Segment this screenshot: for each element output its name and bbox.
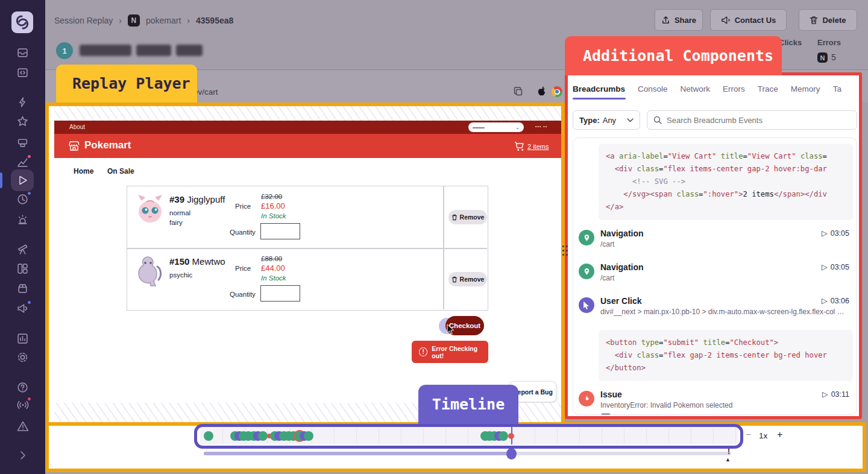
copy-url-icon[interactable] bbox=[513, 86, 524, 97]
code-line: </a> bbox=[606, 201, 846, 213]
type-filter-dropdown[interactable]: Type: Any bbox=[573, 110, 640, 130]
entry-timestamp[interactable]: ▷03:06 bbox=[822, 296, 849, 305]
sidebar-item-megaphone[interactable] bbox=[0, 302, 45, 315]
item-type: psychic bbox=[169, 271, 192, 279]
sidebar-item-explore[interactable] bbox=[0, 66, 45, 79]
sidebar-item-settings[interactable] bbox=[0, 351, 45, 364]
additional-components-label: Additional Components bbox=[565, 36, 782, 75]
share-button[interactable]: Share bbox=[655, 9, 703, 31]
session-avatar: 1 bbox=[56, 42, 73, 59]
entry-timestamp[interactable]: ▷03:11 bbox=[822, 390, 849, 399]
nextjs-project-icon: N bbox=[128, 14, 140, 27]
sidebar-item-history[interactable] bbox=[0, 193, 45, 206]
sidebar-item-projector[interactable] bbox=[0, 136, 45, 149]
sidebar-item-replays[interactable] bbox=[0, 174, 45, 186]
entry-title: Issue bbox=[600, 390, 853, 399]
sidebar-item-telescope[interactable] bbox=[0, 242, 45, 255]
navigation-icon bbox=[579, 230, 594, 245]
breadcrumb-search[interactable] bbox=[647, 110, 857, 130]
breadcrumb-replay-id: 43595ea8 bbox=[196, 16, 233, 25]
tab-trace[interactable]: Trace bbox=[758, 84, 778, 93]
item-name: #39 Jigglypuff bbox=[169, 194, 225, 204]
breadcrumb-entry-issue[interactable]: IssueInventoryError: Invalid Pokemon sel… bbox=[576, 390, 853, 415]
entry-project: Npokemart bbox=[600, 414, 853, 415]
sidebar-item-collapse[interactable] bbox=[0, 450, 45, 461]
speed-faster-button[interactable]: + bbox=[777, 429, 782, 440]
delete-button[interactable]: Delete bbox=[799, 9, 857, 31]
site-about-link[interactable]: About bbox=[69, 124, 85, 130]
share-icon bbox=[661, 16, 670, 25]
breadcrumb-project[interactable]: pokemart bbox=[146, 16, 181, 25]
scrubber-track[interactable] bbox=[204, 452, 731, 455]
entry-timestamp[interactable]: ▷03:05 bbox=[822, 262, 849, 271]
breadcrumb-entry-navigation[interactable]: Navigation/cart▷03:05 bbox=[576, 229, 853, 253]
site-brand[interactable]: Pokemart bbox=[84, 139, 131, 151]
replay-outside-top bbox=[54, 106, 561, 121]
stock-status: In Stock bbox=[261, 212, 286, 220]
cart-items-link[interactable]: 2 items bbox=[527, 143, 549, 150]
sidebar-item-warning[interactable] bbox=[0, 420, 45, 432]
tab-memory[interactable]: Memory bbox=[791, 84, 820, 93]
entry-description: div#__next > main.px-10.pb-10 > div.m-au… bbox=[600, 308, 853, 316]
site-masked-select[interactable]: ••••••••⌄ bbox=[468, 122, 524, 132]
quantity-input[interactable] bbox=[260, 285, 300, 302]
breadcrumb-separator: › bbox=[119, 16, 122, 25]
entry-description: /cart bbox=[600, 274, 853, 282]
sidebar-item-broadcast[interactable] bbox=[0, 399, 45, 411]
sidebar-item-stats[interactable] bbox=[0, 332, 45, 345]
panel-resize-handle[interactable] bbox=[561, 244, 569, 260]
entry-title: User Click bbox=[600, 296, 853, 306]
entry-timestamp[interactable]: ▷03:05 bbox=[822, 229, 849, 238]
sidebar-item-releases[interactable] bbox=[0, 282, 45, 295]
sidebar-item-star[interactable] bbox=[0, 115, 45, 128]
site-nav-onsale[interactable]: On Sale bbox=[107, 167, 134, 175]
redacted-user-name bbox=[136, 45, 171, 56]
code-line: </svg><span class=":hover">2 items</span… bbox=[606, 188, 846, 201]
errors-count: 5 bbox=[831, 52, 836, 62]
error-toast: ! Error Checking out! bbox=[412, 341, 488, 363]
sidebar-item-help[interactable] bbox=[0, 381, 45, 394]
tab-breadcrumbs[interactable]: Breadcrumbs bbox=[573, 84, 625, 93]
sentry-logo-icon[interactable] bbox=[11, 11, 33, 33]
breadcrumb-session-replay[interactable]: Session Replay bbox=[54, 16, 113, 25]
play-from-here-icon: ▷ bbox=[822, 390, 828, 399]
active-tab-underline bbox=[573, 98, 626, 100]
remove-item-button[interactable]: Remove bbox=[448, 210, 487, 224]
sidebar-item-alerts[interactable] bbox=[0, 213, 45, 226]
code-line: </button> bbox=[606, 362, 846, 374]
site-nav-home[interactable]: Home bbox=[74, 167, 93, 175]
quantity-label: Quantity bbox=[230, 229, 256, 236]
breadcrumb-separator: › bbox=[187, 16, 190, 25]
trash-icon bbox=[451, 214, 458, 221]
tab-errors[interactable]: Errors bbox=[723, 84, 745, 93]
apple-os-icon bbox=[536, 85, 548, 98]
tab-ta[interactable]: Ta bbox=[833, 84, 841, 93]
speed-slower-button[interactable]: − bbox=[746, 429, 751, 440]
search-input[interactable] bbox=[667, 116, 835, 125]
remove-item-button[interactable]: Remove bbox=[448, 272, 487, 286]
entry-description: InventoryError: Invalid Pokemon selected bbox=[600, 401, 853, 409]
scrubber-error-marker: ! bbox=[728, 447, 730, 456]
breadcrumb: Session Replay › N pokemart › 43595ea8 bbox=[54, 14, 233, 27]
click-icon bbox=[579, 297, 594, 313]
sidebar-item-lightning[interactable] bbox=[0, 96, 45, 109]
code-line: <button type="submit" title="Checkout"> bbox=[606, 337, 846, 349]
scrubber-handle[interactable] bbox=[506, 448, 517, 460]
tab-console[interactable]: Console bbox=[638, 84, 668, 93]
quantity-input[interactable] bbox=[260, 223, 300, 239]
sidebar-item-issues[interactable] bbox=[0, 46, 45, 59]
clicks-label: Clicks bbox=[779, 38, 802, 47]
breadcrumb-entry-click[interactable]: User Clickdiv#__next > main.px-10.pb-10 … bbox=[576, 296, 853, 320]
item-type: normal bbox=[169, 209, 190, 216]
site-masked-text: ••• •• bbox=[535, 124, 547, 128]
contact-us-button[interactable]: Contact Us bbox=[710, 9, 787, 31]
breadcrumb-entry-navigation[interactable]: Navigation/cart▷03:05 bbox=[576, 262, 853, 286]
breadcrumb-entries-list: <a aria-label="View Cart" title="View Ca… bbox=[573, 137, 857, 415]
sidebar-item-chart[interactable] bbox=[0, 156, 45, 169]
tab-network[interactable]: Network bbox=[681, 84, 711, 93]
notification-dot-icon bbox=[27, 300, 32, 305]
stock-status: In Stock bbox=[261, 274, 286, 282]
item-type: fairy bbox=[169, 219, 183, 226]
scrubber-error-arrow: ▲ bbox=[725, 457, 731, 463]
sidebar-item-dashboard[interactable] bbox=[0, 262, 45, 275]
